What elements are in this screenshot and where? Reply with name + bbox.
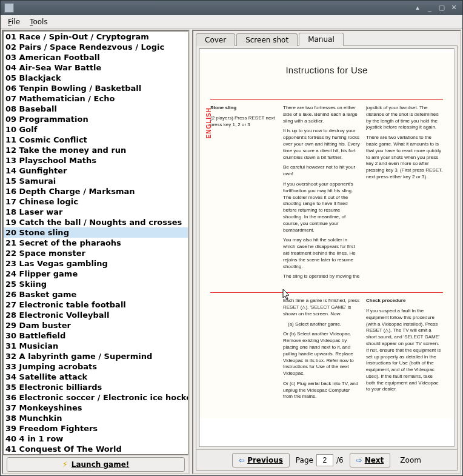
list-item[interactable]: 28 Electronic Volleyball [4, 310, 188, 320]
list-item[interactable]: 34 Satellite attack [4, 372, 188, 382]
list-item[interactable]: 15 Samurai [4, 176, 188, 186]
list-item[interactable]: 29 Dam buster [4, 320, 188, 330]
manual-viewport[interactable]: Instructions for Use ENGLISH Stone sling… [199, 49, 455, 447]
list-item[interactable]: 16 Depth Charge / Marksman [4, 186, 188, 196]
list-item[interactable]: 40 4 in 1 row [4, 434, 188, 444]
list-item[interactable]: 21 Secret of the pharaohs [4, 238, 188, 248]
list-item[interactable]: 07 Mathematician / Echo [4, 93, 188, 104]
tab-manual[interactable]: Manual [299, 33, 344, 46]
left-pane: 01 Race / Spin-Out / Cryptogram02 Pairs … [2, 30, 190, 474]
list-item[interactable]: 03 American Football [4, 52, 188, 62]
list-item[interactable]: 04 Air-Sea War Battle [4, 62, 188, 73]
next-button[interactable]: ⇨ Next [350, 453, 391, 468]
app-icon [4, 3, 14, 13]
launch-game-button[interactable]: ⚡ Launch game! [7, 457, 185, 472]
list-item[interactable]: 31 Musician [4, 341, 188, 351]
list-item[interactable]: 37 Monkeyshines [4, 403, 188, 413]
arrow-right-icon: ⇨ [356, 456, 362, 464]
tab-screenshot[interactable]: Screen shot [236, 33, 298, 46]
rule-icon [210, 292, 443, 293]
manual-page: Instructions for Use ENGLISH Stone sling… [199, 53, 454, 418]
game-list[interactable]: 01 Race / Spin-Out / Cryptogram02 Pairs … [4, 32, 188, 454]
list-item[interactable]: 09 Programmation [4, 114, 188, 124]
lightning-icon: ⚡ [62, 460, 68, 469]
manual-heading: Instructions for Use [210, 65, 443, 75]
maximize-button[interactable]: ▢ [437, 3, 447, 13]
rollup-button[interactable]: ▴ [413, 3, 422, 13]
list-item[interactable]: 38 Munchkin [4, 413, 188, 423]
menu-file[interactable]: File [3, 16, 25, 27]
list-item[interactable]: 19 Catch the ball / Noughts and crosses [4, 217, 188, 227]
zoom-label: Zoom [400, 456, 421, 464]
list-item[interactable]: 26 Basket game [4, 289, 188, 300]
list-item[interactable]: 12 Take the money and run [4, 145, 188, 155]
list-item[interactable]: 05 Blackjack [4, 73, 188, 83]
tabs: Cover Screen shot Manual [193, 31, 460, 45]
list-item[interactable]: 33 Jumping acrobats [4, 361, 188, 372]
page-input[interactable] [316, 454, 333, 466]
list-item[interactable]: 22 Space monster [4, 248, 188, 258]
page-control: Page /6 [296, 454, 344, 466]
english-label: ENGLISH [205, 107, 212, 138]
list-item[interactable]: 36 Electronic soccer / Electronic ice ho… [4, 392, 188, 403]
menu-tools[interactable]: Tools [25, 16, 53, 27]
previous-button[interactable]: ⇦ Previous [232, 453, 290, 468]
list-item[interactable]: 14 Gunfighter [4, 166, 188, 176]
list-item[interactable]: 32 A labyrinth game / Supermind [4, 351, 188, 361]
page-total: /6 [336, 456, 344, 464]
rule-icon [210, 99, 443, 100]
page-nav: ⇦ Previous Page /6 ⇨ Next Zoom [196, 449, 457, 470]
titlebar: ▴ _ ▢ ✕ [1, 1, 462, 15]
list-item[interactable]: 27 Electronic table football [4, 300, 188, 310]
list-item[interactable]: 20 Stone sling [4, 227, 188, 238]
list-item[interactable]: 35 Electronic billiards [4, 382, 188, 392]
list-item[interactable]: 41 Conquest Of The World [4, 444, 188, 454]
list-item[interactable]: 10 Golf [4, 124, 188, 135]
list-item[interactable]: 23 Las Vegas gambling [4, 258, 188, 269]
arrow-left-icon: ⇦ [239, 456, 245, 464]
list-item[interactable]: 02 Pairs / Space Rendezvous / Logic [4, 42, 188, 52]
list-item[interactable]: 17 Chinese logic [4, 196, 188, 207]
right-pane: Cover Screen shot Manual Instructions fo… [192, 30, 461, 474]
page-label: Page [296, 456, 313, 464]
list-item[interactable]: 13 Playschool Maths [4, 155, 188, 166]
list-item[interactable]: 24 Flipper game [4, 269, 188, 279]
close-button[interactable]: ✕ [449, 3, 459, 13]
list-item[interactable]: 11 Cosmic Conflict [4, 135, 188, 145]
tab-cover[interactable]: Cover [196, 33, 235, 46]
launch-label: Launch game! [72, 460, 129, 469]
list-item[interactable]: 30 Battlefield [4, 330, 188, 341]
list-item[interactable]: 25 Skiing [4, 279, 188, 289]
list-item[interactable]: 06 Tenpin Bowling / Basketball [4, 83, 188, 93]
list-item[interactable]: 01 Race / Spin-Out / Cryptogram [4, 32, 188, 42]
minimize-button[interactable]: _ [425, 3, 435, 13]
list-item[interactable]: 39 Freedom Fighters [4, 423, 188, 434]
menubar: File Tools [1, 15, 462, 28]
list-item[interactable]: 18 Laser war [4, 207, 188, 217]
list-item[interactable]: 08 Baseball [4, 104, 188, 114]
